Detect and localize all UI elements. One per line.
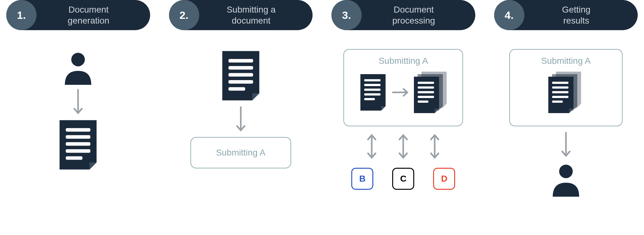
- svg-rect-16: [364, 93, 381, 96]
- step-1-number: 1.: [6, 0, 37, 30]
- node-b: B: [351, 168, 373, 190]
- svg-point-33: [559, 165, 573, 178]
- step-2-header: 2. Submitting a document: [169, 0, 313, 30]
- svg-rect-27: [552, 82, 568, 84]
- svg-rect-22: [418, 96, 434, 98]
- svg-rect-17: [364, 98, 375, 100]
- step-4-header: 4. Getting results: [494, 0, 638, 30]
- workflow-diagram: 1. Document generation: [0, 0, 644, 235]
- step-3-column: 3. Document processing Submitting A: [331, 0, 475, 235]
- step-4-number: 4.: [494, 0, 524, 30]
- svg-rect-13: [364, 79, 381, 81]
- svg-rect-31: [552, 101, 563, 103]
- submitting-a-result-box: Submitting A: [509, 49, 623, 126]
- svg-rect-23: [418, 101, 428, 103]
- svg-rect-2: [66, 128, 90, 132]
- step-3-body: Submitting A: [331, 49, 475, 190]
- arrow-updown-icon: [397, 131, 410, 162]
- document-stack-icon: [542, 70, 590, 117]
- svg-rect-20: [418, 86, 434, 89]
- arrow-down-icon: [72, 87, 84, 118]
- node-d: D: [433, 168, 455, 190]
- svg-rect-11: [229, 87, 245, 90]
- arrow-updown-icon: [428, 131, 441, 162]
- step-3-title: Document processing: [362, 4, 466, 26]
- svg-point-0: [71, 53, 85, 66]
- submitting-a-label: Submitting A: [541, 56, 590, 66]
- step-2-number: 2.: [169, 0, 199, 30]
- svg-rect-5: [66, 149, 90, 153]
- svg-rect-7: [229, 59, 253, 63]
- svg-rect-4: [66, 142, 90, 146]
- user-icon: [59, 49, 97, 87]
- svg-rect-29: [552, 91, 568, 93]
- arrow-down-icon: [234, 102, 247, 137]
- step-1-column: 1. Document generation: [6, 0, 150, 235]
- doc-to-docs-icon: [356, 70, 450, 117]
- svg-rect-28: [552, 86, 568, 89]
- document-icon: [56, 118, 100, 172]
- svg-rect-15: [364, 89, 381, 91]
- document-icon: [219, 49, 263, 102]
- step-4-column: 4. Getting results Submitting A: [494, 0, 638, 235]
- step-3-header: 3. Document processing: [331, 0, 475, 30]
- svg-rect-19: [418, 82, 434, 84]
- submitting-a-box: Submitting A: [190, 137, 291, 168]
- svg-rect-6: [66, 156, 82, 160]
- step-2-body: Submitting A: [169, 49, 313, 168]
- submitting-a-label: Submitting A: [216, 148, 265, 158]
- step-2-title: Submitting a document: [199, 4, 303, 26]
- svg-rect-30: [552, 96, 568, 98]
- step-1-body: [6, 49, 150, 172]
- arrow-updown-icon: [365, 131, 378, 162]
- step-4-title: Getting results: [524, 4, 629, 26]
- step-2-column: 2. Submitting a document: [169, 0, 313, 235]
- user-icon: [547, 161, 585, 199]
- submitting-a-processing-box: Submitting A: [343, 49, 463, 126]
- svg-rect-21: [418, 91, 434, 93]
- svg-rect-14: [364, 84, 381, 86]
- step-1-header: 1. Document generation: [6, 0, 150, 30]
- step-1-title: Document generation: [37, 4, 141, 26]
- step-4-body: Submitting A: [494, 49, 638, 199]
- svg-rect-9: [229, 73, 253, 77]
- node-c: C: [392, 168, 414, 190]
- submitting-a-label: Submitting A: [379, 56, 428, 66]
- node-row: B C D: [351, 168, 455, 190]
- svg-rect-10: [229, 80, 253, 84]
- bidir-arrow-row: [365, 131, 441, 162]
- step-3-number: 3.: [331, 0, 362, 30]
- arrow-down-icon: [560, 129, 572, 161]
- svg-rect-3: [66, 135, 90, 139]
- svg-rect-8: [229, 66, 253, 69]
